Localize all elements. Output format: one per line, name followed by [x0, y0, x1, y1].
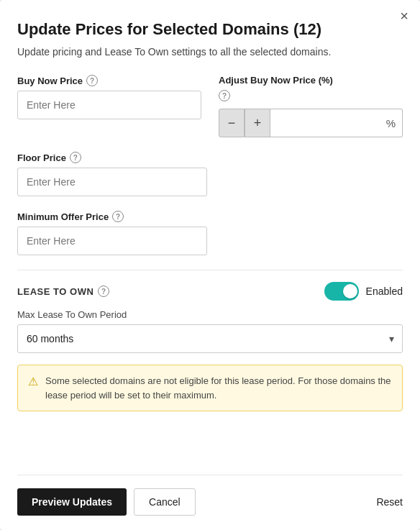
form-body: Buy Now Price ? Adjust Buy Now Price (%)…	[17, 75, 403, 460]
warning-text: Some selected domains are not eligible f…	[45, 374, 392, 402]
modal-footer: Preview Updates Cancel Reset	[17, 475, 403, 530]
floor-price-help-icon[interactable]: ?	[70, 152, 81, 163]
warning-box: ⚠ Some selected domains are not eligible…	[17, 365, 403, 411]
minimum-offer-row: Minimum Offer Price ?	[17, 211, 403, 255]
decrement-button[interactable]: −	[219, 109, 245, 137]
buy-now-row: Buy Now Price ? Adjust Buy Now Price (%)…	[17, 75, 403, 137]
buy-now-group: Buy Now Price ?	[17, 75, 201, 119]
warning-icon: ⚠	[28, 375, 38, 388]
lease-period-select-wrap: 60 months 12 months 24 months 36 months …	[17, 324, 403, 353]
minimum-offer-input[interactable]	[17, 227, 207, 255]
increment-button[interactable]: +	[245, 109, 270, 137]
toggle-slider	[324, 282, 359, 301]
preview-updates-button[interactable]: Preview Updates	[17, 488, 127, 516]
lease-period-select[interactable]: 60 months 12 months 24 months 36 months …	[17, 324, 403, 353]
update-prices-modal: × Update Prices for Selected Domains (12…	[0, 0, 420, 530]
minimum-offer-group: Minimum Offer Price ?	[17, 211, 403, 255]
section-divider	[17, 270, 403, 270]
cancel-button[interactable]: Cancel	[134, 488, 196, 516]
percent-input[interactable]	[270, 109, 403, 137]
adjust-help-icon[interactable]: ?	[219, 90, 230, 101]
lease-header: LEASE TO OWN ? Enabled	[17, 282, 403, 301]
buy-now-label: Buy Now Price ?	[17, 75, 201, 86]
stepper-row: − + %	[219, 109, 403, 137]
floor-price-row: Floor Price ?	[17, 152, 403, 196]
adjust-help-row: ?	[219, 90, 403, 101]
floor-price-input[interactable]	[17, 168, 207, 196]
minimum-offer-help-icon[interactable]: ?	[112, 211, 124, 222]
percent-input-wrap: %	[270, 109, 403, 137]
close-button[interactable]: ×	[400, 9, 408, 23]
reset-button[interactable]: Reset	[376, 496, 403, 508]
lease-enabled-label: Enabled	[366, 285, 403, 297]
buy-now-input[interactable]	[17, 91, 201, 119]
max-lease-label: Max Lease To Own Period	[17, 309, 403, 320]
lease-help-icon[interactable]: ?	[98, 285, 109, 297]
lease-label: LEASE TO OWN ?	[17, 285, 109, 297]
modal-title: Update Prices for Selected Domains (12)	[17, 20, 403, 39]
lease-to-own-section: LEASE TO OWN ? Enabled Max Lease To Own …	[17, 282, 403, 353]
lease-right: Enabled	[324, 282, 403, 301]
modal-subtitle: Update pricing and Lease To Own settings…	[17, 46, 403, 58]
floor-price-label: Floor Price ?	[17, 152, 403, 163]
adjust-buy-now-label: Adjust Buy Now Price (%)	[219, 75, 403, 86]
footer-left: Preview Updates Cancel	[17, 488, 196, 516]
floor-price-group: Floor Price ?	[17, 152, 403, 196]
minimum-offer-label: Minimum Offer Price ?	[17, 211, 403, 222]
lease-toggle[interactable]	[324, 282, 359, 301]
adjust-buy-now-group: Adjust Buy Now Price (%) ? − + %	[219, 75, 403, 137]
buy-now-help-icon[interactable]: ?	[86, 75, 98, 86]
